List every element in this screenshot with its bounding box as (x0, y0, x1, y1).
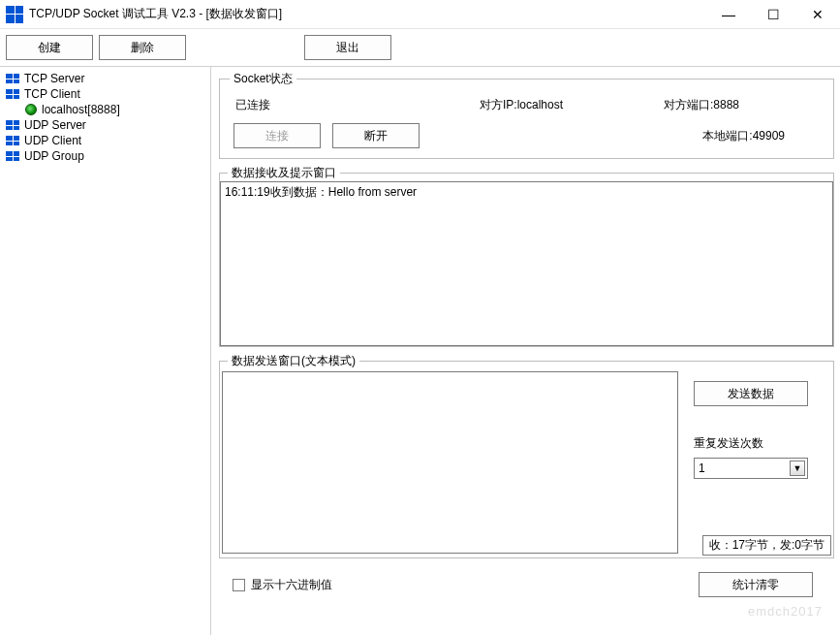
disconnect-button[interactable]: 断开 (332, 123, 420, 148)
group-icon (6, 151, 19, 161)
send-legend: 数据发送窗口(文本模式) (228, 353, 359, 369)
tree-item-tcp-client[interactable]: TCP Client (4, 86, 206, 102)
client-icon (6, 89, 19, 99)
exit-button[interactable]: 退出 (304, 35, 391, 60)
receive-line: 16:11:19收到数据：Hello from server (225, 184, 828, 201)
tree-label: TCP Server (24, 72, 84, 85)
titlebar: TCP/UDP Socket 调试工具 V2.3 - [数据收发窗口] — ☐ … (0, 0, 840, 29)
server-icon (6, 74, 19, 83)
bottom-row: 显示十六进制值 统计清零 (219, 564, 834, 597)
chevron-down-icon: ▼ (790, 461, 805, 476)
tree-item-udp-group[interactable]: UDP Group (4, 148, 206, 164)
tree-label: localhost[8888] (42, 103, 120, 116)
main-panel: Socket状态 已连接 对方IP:localhost 对方端口:8888 连接… (211, 67, 840, 635)
repeat-count-select[interactable]: 1 ▼ (694, 458, 808, 479)
peer-port: 对方端口:8888 (664, 97, 739, 113)
tree-label: UDP Server (24, 118, 86, 132)
server-icon (6, 120, 19, 130)
tree-item-udp-client[interactable]: UDP Client (4, 133, 206, 148)
repeat-value: 1 (699, 461, 705, 475)
tree-item-udp-server[interactable]: UDP Server (4, 117, 206, 133)
status-value: 已连接 (230, 97, 470, 113)
tree-item-tcp-server[interactable]: TCP Server (4, 71, 206, 86)
send-button[interactable]: 发送数据 (694, 381, 808, 406)
minimize-button[interactable]: — (706, 0, 751, 29)
hex-checkbox[interactable] (233, 579, 245, 591)
window-title: TCP/UDP Socket 调试工具 V2.3 - [数据收发窗口] (29, 6, 282, 22)
peer-ip: 对方IP:localhost (480, 97, 654, 113)
app-icon (6, 6, 23, 23)
socket-status-legend: Socket状态 (230, 71, 296, 87)
sidebar-tree: TCP Server TCP Client localhost[8888] UD… (0, 67, 211, 635)
window-controls: — ☐ ✕ (706, 0, 840, 29)
tree-label: UDP Client (24, 134, 81, 147)
hex-label: 显示十六进制值 (251, 577, 332, 593)
receive-textarea[interactable]: 16:11:19收到数据：Hello from server (220, 181, 833, 346)
repeat-label: 重复发送次数 (694, 435, 825, 452)
delete-button[interactable]: 删除 (99, 35, 186, 60)
toolbar: 创建 删除 退出 (0, 29, 840, 67)
tree-item-connection[interactable]: localhost[8888] (4, 102, 206, 117)
send-textarea[interactable] (222, 371, 678, 554)
receive-legend: 数据接收及提示窗口 (228, 165, 340, 181)
client-icon (6, 136, 19, 145)
local-port: 本地端口:49909 (702, 128, 785, 144)
tree-label: TCP Client (24, 87, 80, 101)
clear-stats-button[interactable]: 统计清零 (699, 572, 813, 597)
maximize-button[interactable]: ☐ (751, 0, 795, 29)
socket-status-group: Socket状态 已连接 对方IP:localhost 对方端口:8888 连接… (219, 71, 834, 159)
close-button[interactable]: ✕ (795, 0, 840, 29)
connect-button[interactable]: 连接 (233, 123, 321, 148)
create-button[interactable]: 创建 (6, 35, 93, 60)
tree-label: UDP Group (24, 149, 84, 163)
send-group: 数据发送窗口(文本模式) 发送数据 重复发送次数 1 ▼ 收：17字节，发:0字… (219, 353, 834, 558)
stats-line: 收：17字节，发:0字节 (702, 535, 831, 556)
receive-group: 数据接收及提示窗口 16:11:19收到数据：Hello from server (219, 165, 834, 347)
connection-icon (25, 104, 37, 115)
